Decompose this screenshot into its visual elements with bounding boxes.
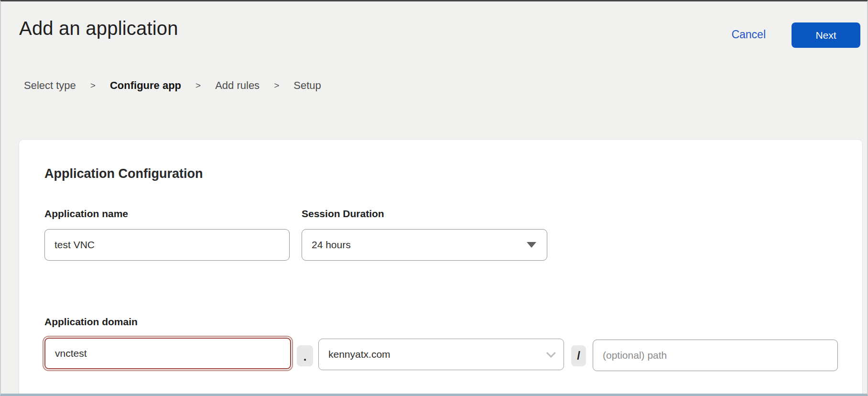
- breadcrumb-separator: >: [90, 80, 96, 91]
- session-duration-label: Session Duration: [302, 208, 384, 220]
- dot-separator: .: [297, 345, 313, 366]
- step-configure-app[interactable]: Configure app: [110, 79, 181, 92]
- session-duration-select[interactable]: 24 hours: [302, 229, 547, 261]
- step-select-type[interactable]: Select type: [24, 79, 76, 92]
- breadcrumb-separator: >: [195, 80, 201, 91]
- breadcrumb: Select type > Configure app > Add rules …: [24, 79, 321, 92]
- chevron-down-icon: [546, 348, 556, 358]
- cancel-link[interactable]: Cancel: [731, 28, 766, 41]
- add-application-page: Add an application Cancel Next Select ty…: [0, 0, 868, 396]
- slash-separator: /: [571, 345, 586, 366]
- session-duration-value: 24 hours: [312, 239, 351, 251]
- path-input[interactable]: [593, 340, 838, 371]
- dropdown-triangle-icon: [527, 242, 536, 248]
- application-domain-label: Application domain: [44, 316, 138, 328]
- step-add-rules[interactable]: Add rules: [215, 79, 260, 92]
- application-name-label: Application name: [44, 208, 128, 220]
- domain-select[interactable]: kennyatx.com: [318, 339, 564, 370]
- section-title: Application Configuration: [44, 166, 203, 181]
- domain-select-value: kennyatx.com: [328, 349, 391, 360]
- application-configuration-card: Application Configuration Application na…: [19, 139, 863, 396]
- breadcrumb-separator: >: [274, 80, 279, 91]
- application-name-input[interactable]: [44, 229, 290, 261]
- step-setup[interactable]: Setup: [293, 79, 321, 92]
- next-button[interactable]: Next: [792, 22, 860, 48]
- page-title: Add an application: [19, 18, 178, 39]
- subdomain-input[interactable]: [44, 338, 291, 369]
